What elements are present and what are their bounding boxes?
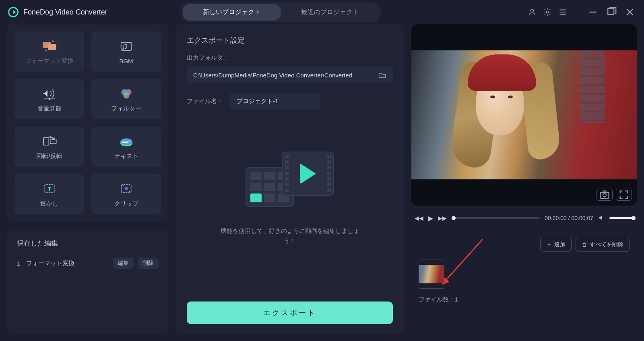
- main-layout: フォーマット変換 BGM 音量調節: [0, 24, 644, 341]
- hero-text: 機能を使用して、好きのように動画を編集しましょう！: [217, 226, 362, 246]
- settings-icon[interactable]: [543, 8, 552, 17]
- volume-icon: [41, 86, 58, 101]
- project-tabs: 新しいプロジェクト 最近のプロジェクト: [181, 2, 381, 22]
- file-thumbnail[interactable]: [419, 260, 444, 289]
- filename-input[interactable]: [229, 93, 320, 110]
- tab-new-project[interactable]: 新しいプロジェクト: [183, 4, 281, 21]
- time-display: 00:00:00 / 00:00:07: [545, 215, 593, 221]
- svg-rect-17: [43, 137, 49, 145]
- saved-edits-title: 保存した編集: [17, 239, 159, 248]
- clip-icon: [118, 181, 134, 196]
- menu-icon[interactable]: [558, 8, 567, 17]
- seek-bar[interactable]: [452, 217, 540, 219]
- sidebar: フォーマット変換 BGM 音量調節: [7, 24, 168, 334]
- convert-icon: [41, 39, 58, 53]
- tool-label: フォーマット変換: [25, 57, 74, 65]
- player-bar: ◀◀ ▶ ▶▶ 00:00:00 / 00:00:07: [411, 212, 637, 224]
- edit-button[interactable]: 編集: [113, 258, 134, 269]
- tool-clip[interactable]: クリップ: [91, 174, 161, 214]
- svg-point-29: [129, 191, 130, 192]
- tool-label: 音量調節: [37, 105, 62, 112]
- titlebar: FoneDog Video Converter 新しいプロジェクト 最近のプロジ…: [0, 0, 644, 24]
- plus-icon: ＋: [546, 241, 552, 248]
- delete-button[interactable]: 削除: [138, 258, 159, 269]
- close-button[interactable]: [624, 6, 636, 18]
- tool-label: 回転/反転: [36, 152, 62, 160]
- svg-point-9: [124, 42, 126, 43]
- svg-rect-2: [608, 8, 614, 15]
- output-folder-path: C:\Users\DumpMedia\FoneDog Video Convert…: [193, 72, 374, 79]
- rotate-icon: [41, 134, 58, 148]
- tool-filter[interactable]: フィルター: [91, 79, 161, 119]
- export-button[interactable]: エクスポート: [187, 301, 393, 324]
- preview-column: ◀◀ ▶ ▶▶ 00:00:00 / 00:00:07 ＋ 追加: [411, 24, 637, 334]
- tool-label: クリップ: [114, 200, 138, 208]
- output-folder-label: 出力フォルダ：: [187, 54, 393, 62]
- tool-label: BGM: [119, 58, 133, 64]
- minimize-button[interactable]: [587, 6, 599, 18]
- tool-grid: フォーマット変換 BGM 音量調節: [14, 31, 161, 214]
- add-file-button[interactable]: ＋ 追加: [540, 238, 572, 252]
- tool-bgm[interactable]: BGM: [91, 31, 161, 72]
- saved-edit-index: 1.: [17, 260, 22, 267]
- svg-point-1: [546, 11, 549, 13]
- filter-icon: [118, 86, 134, 101]
- svg-point-19: [50, 137, 51, 138]
- saved-edits-panel: 保存した編集 1. フォーマット変換 編集 削除: [7, 229, 168, 334]
- file-count: ファイル数：1: [419, 296, 630, 304]
- tab-recent-projects[interactable]: 最近のプロジェクト: [281, 4, 379, 21]
- svg-point-8: [122, 42, 124, 43]
- hero-area: 機能を使用して、好きのように動画を編集しましょう！: [187, 110, 393, 293]
- title-actions: [528, 6, 636, 18]
- fullscreen-icon[interactable]: [616, 189, 632, 201]
- text-icon: [118, 134, 134, 148]
- delete-all-button[interactable]: すべてを削除: [576, 238, 630, 252]
- browse-folder-icon[interactable]: [378, 71, 386, 79]
- volume-slider[interactable]: [609, 217, 634, 219]
- tool-label: 透かし: [40, 200, 58, 208]
- tool-text[interactable]: テキスト: [91, 127, 161, 167]
- svg-rect-4: [48, 44, 56, 50]
- user-icon[interactable]: [528, 8, 537, 17]
- tools-panel: フォーマット変換 BGM 音量調節: [7, 24, 168, 222]
- svg-point-28: [122, 185, 124, 187]
- tool-label: テキスト: [114, 152, 138, 160]
- filename-label: ファイル名：: [187, 98, 223, 105]
- tool-format-convert[interactable]: フォーマット変換: [14, 31, 84, 72]
- svg-point-0: [530, 9, 533, 12]
- svg-text:T: T: [47, 186, 51, 192]
- app-logo-icon: [8, 7, 19, 17]
- output-folder-field[interactable]: C:\Users\DumpMedia\FoneDog Video Convert…: [187, 67, 393, 83]
- tool-rotate-flip[interactable]: 回転/反転: [14, 127, 84, 167]
- svg-point-31: [603, 193, 606, 197]
- next-frame-icon[interactable]: ▶▶: [438, 215, 447, 221]
- svg-point-27: [124, 187, 128, 190]
- preview-controls: [597, 189, 632, 201]
- tool-volume[interactable]: 音量調節: [14, 79, 84, 119]
- files-header: ＋ 追加 すべてを削除: [419, 238, 630, 252]
- svg-point-16: [123, 92, 129, 98]
- tool-label: フィルター: [111, 105, 141, 112]
- export-settings-panel: エクスポート設定 出力フォルダ： C:\Users\DumpMedia\Fone…: [175, 24, 404, 334]
- snapshot-icon[interactable]: [597, 189, 613, 201]
- watermark-icon: T: [41, 181, 58, 196]
- tool-watermark[interactable]: T 透かし: [14, 174, 84, 214]
- svg-point-10: [126, 42, 128, 43]
- play-icon[interactable]: ▶: [428, 214, 433, 222]
- separator: [577, 7, 577, 17]
- app-title: FoneDog Video Converter: [23, 8, 107, 17]
- trash-icon: [582, 242, 587, 247]
- bgm-icon: [118, 39, 134, 54]
- saved-edit-label: フォーマット変換: [26, 260, 109, 267]
- svg-point-11: [128, 42, 130, 43]
- volume-icon[interactable]: [598, 214, 605, 222]
- video-preview[interactable]: [411, 24, 637, 206]
- saved-edit-row: 1. フォーマット変換 編集 削除: [17, 258, 159, 269]
- preview-frame: [411, 50, 637, 179]
- svg-point-21: [120, 138, 132, 145]
- prev-frame-icon[interactable]: ◀◀: [415, 215, 423, 221]
- filename-row: ファイル名：: [187, 93, 393, 110]
- hero-illustration: [246, 157, 334, 214]
- export-settings-title: エクスポート設定: [187, 35, 393, 45]
- maximize-button[interactable]: [605, 6, 617, 18]
